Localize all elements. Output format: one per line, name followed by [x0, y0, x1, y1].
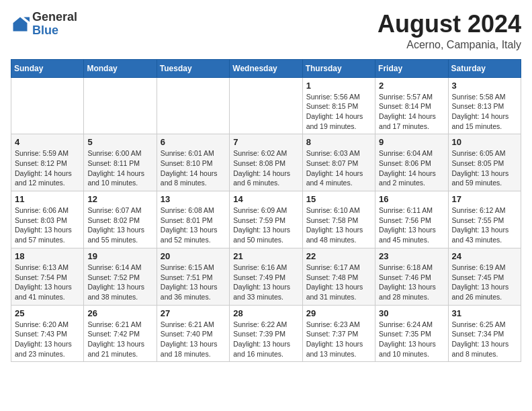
day-info: Sunrise: 6:19 AMSunset: 7:45 PMDaylight:… — [452, 263, 517, 302]
day-number: 23 — [379, 251, 444, 261]
day-info: Sunrise: 6:16 AMSunset: 7:49 PMDaylight:… — [233, 263, 298, 302]
day-info: Sunrise: 6:21 AMSunset: 7:42 PMDaylight:… — [87, 320, 152, 359]
day-number: 22 — [306, 251, 371, 261]
day-info: Sunrise: 6:17 AMSunset: 7:48 PMDaylight:… — [306, 263, 371, 302]
calendar-cell: 29Sunrise: 6:23 AMSunset: 7:37 PMDayligh… — [302, 305, 375, 362]
calendar-cell: 7Sunrise: 6:02 AMSunset: 8:08 PMDaylight… — [230, 134, 302, 191]
calendar-cell: 21Sunrise: 6:16 AMSunset: 7:49 PMDayligh… — [230, 248, 302, 305]
day-number: 2 — [379, 81, 444, 91]
day-number: 13 — [161, 194, 226, 204]
day-number: 9 — [379, 137, 444, 147]
day-info: Sunrise: 6:06 AMSunset: 8:03 PMDaylight:… — [15, 205, 80, 245]
day-info: Sunrise: 6:24 AMSunset: 7:35 PMDaylight:… — [379, 320, 444, 359]
day-info: Sunrise: 6:04 AMSunset: 8:06 PMDaylight:… — [379, 148, 444, 188]
calendar-cell: 28Sunrise: 6:22 AMSunset: 7:39 PMDayligh… — [230, 305, 302, 362]
calendar-cell: 27Sunrise: 6:21 AMSunset: 7:40 PMDayligh… — [157, 305, 229, 362]
day-number: 24 — [452, 251, 517, 261]
logo-icon — [11, 15, 30, 34]
calendar-week-1: 1Sunrise: 5:56 AMSunset: 8:15 PMDaylight… — [11, 77, 521, 134]
day-number: 12 — [87, 194, 152, 204]
title-block: August 2024 Acerno, Campania, Italy — [378, 11, 521, 51]
day-info: Sunrise: 6:05 AMSunset: 8:05 PMDaylight:… — [452, 148, 517, 188]
calendar-week-5: 25Sunrise: 6:20 AMSunset: 7:43 PMDayligh… — [11, 305, 521, 362]
calendar-cell: 13Sunrise: 6:08 AMSunset: 8:01 PMDayligh… — [157, 191, 229, 248]
logo: General Blue — [11, 11, 77, 38]
day-info: Sunrise: 5:58 AMSunset: 8:13 PMDaylight:… — [452, 92, 517, 132]
calendar-cell: 10Sunrise: 6:05 AMSunset: 8:05 PMDayligh… — [448, 134, 521, 191]
day-number: 18 — [15, 251, 80, 261]
day-info: Sunrise: 6:18 AMSunset: 7:46 PMDaylight:… — [379, 263, 444, 302]
day-number: 20 — [161, 251, 226, 261]
day-info: Sunrise: 6:08 AMSunset: 8:01 PMDaylight:… — [161, 205, 226, 245]
day-number: 25 — [15, 308, 80, 318]
day-info: Sunrise: 6:10 AMSunset: 7:58 PMDaylight:… — [306, 205, 371, 245]
weekday-header-tuesday: Tuesday — [157, 59, 229, 77]
day-number: 5 — [87, 137, 152, 147]
day-info: Sunrise: 6:03 AMSunset: 8:07 PMDaylight:… — [306, 148, 371, 188]
calendar-cell: 18Sunrise: 6:13 AMSunset: 7:54 PMDayligh… — [11, 248, 84, 305]
weekday-header-wednesday: Wednesday — [230, 59, 302, 77]
calendar-cell: 23Sunrise: 6:18 AMSunset: 7:46 PMDayligh… — [375, 248, 448, 305]
calendar-cell — [11, 77, 84, 134]
calendar-cell: 5Sunrise: 6:00 AMSunset: 8:11 PMDaylight… — [84, 134, 157, 191]
day-number: 8 — [306, 137, 371, 147]
calendar-cell: 30Sunrise: 6:24 AMSunset: 7:35 PMDayligh… — [375, 305, 448, 362]
day-info: Sunrise: 6:23 AMSunset: 7:37 PMDaylight:… — [306, 320, 371, 359]
day-info: Sunrise: 6:13 AMSunset: 7:54 PMDaylight:… — [15, 263, 80, 302]
day-info: Sunrise: 6:14 AMSunset: 7:52 PMDaylight:… — [87, 263, 152, 302]
calendar-week-4: 18Sunrise: 6:13 AMSunset: 7:54 PMDayligh… — [11, 248, 521, 305]
day-info: Sunrise: 6:01 AMSunset: 8:10 PMDaylight:… — [161, 148, 226, 188]
day-number: 6 — [161, 137, 226, 147]
weekday-header-sunday: Sunday — [11, 59, 84, 77]
day-info: Sunrise: 6:22 AMSunset: 7:39 PMDaylight:… — [233, 320, 298, 359]
day-number: 4 — [15, 137, 80, 147]
calendar-cell: 9Sunrise: 6:04 AMSunset: 8:06 PMDaylight… — [375, 134, 448, 191]
calendar-cell: 20Sunrise: 6:15 AMSunset: 7:51 PMDayligh… — [157, 248, 229, 305]
calendar-week-3: 11Sunrise: 6:06 AMSunset: 8:03 PMDayligh… — [11, 191, 521, 248]
day-info: Sunrise: 6:21 AMSunset: 7:40 PMDaylight:… — [161, 320, 226, 359]
calendar-cell: 26Sunrise: 6:21 AMSunset: 7:42 PMDayligh… — [84, 305, 157, 362]
day-number: 21 — [233, 251, 298, 261]
day-number: 14 — [233, 194, 298, 204]
calendar-cell: 16Sunrise: 6:11 AMSunset: 7:56 PMDayligh… — [375, 191, 448, 248]
day-info: Sunrise: 5:59 AMSunset: 8:12 PMDaylight:… — [15, 148, 80, 188]
calendar-cell: 17Sunrise: 6:12 AMSunset: 7:55 PMDayligh… — [448, 191, 521, 248]
day-number: 27 — [161, 308, 226, 318]
day-number: 16 — [379, 194, 444, 204]
page-header: General Blue August 2024 Acerno, Campani… — [11, 11, 521, 51]
day-number: 30 — [379, 308, 444, 318]
day-info: Sunrise: 5:57 AMSunset: 8:14 PMDaylight:… — [379, 92, 444, 132]
day-info: Sunrise: 6:15 AMSunset: 7:51 PMDaylight:… — [161, 263, 226, 302]
day-number: 1 — [306, 81, 371, 91]
day-info: Sunrise: 6:12 AMSunset: 7:55 PMDaylight:… — [452, 205, 517, 245]
calendar-cell: 1Sunrise: 5:56 AMSunset: 8:15 PMDaylight… — [302, 77, 375, 134]
day-info: Sunrise: 6:07 AMSunset: 8:02 PMDaylight:… — [87, 205, 152, 245]
calendar-cell: 25Sunrise: 6:20 AMSunset: 7:43 PMDayligh… — [11, 305, 84, 362]
calendar-cell: 2Sunrise: 5:57 AMSunset: 8:14 PMDaylight… — [375, 77, 448, 134]
day-number: 17 — [452, 194, 517, 204]
month-title: August 2024 — [378, 11, 521, 38]
day-info: Sunrise: 6:11 AMSunset: 7:56 PMDaylight:… — [379, 205, 444, 245]
day-number: 19 — [87, 251, 152, 261]
day-number: 29 — [306, 308, 371, 318]
calendar-cell: 24Sunrise: 6:19 AMSunset: 7:45 PMDayligh… — [448, 248, 521, 305]
day-info: Sunrise: 6:00 AMSunset: 8:11 PMDaylight:… — [87, 148, 152, 188]
calendar-cell: 19Sunrise: 6:14 AMSunset: 7:52 PMDayligh… — [84, 248, 157, 305]
calendar-cell: 31Sunrise: 6:25 AMSunset: 7:34 PMDayligh… — [448, 305, 521, 362]
calendar-cell — [84, 77, 157, 134]
calendar-cell: 15Sunrise: 6:10 AMSunset: 7:58 PMDayligh… — [302, 191, 375, 248]
calendar-cell: 4Sunrise: 5:59 AMSunset: 8:12 PMDaylight… — [11, 134, 84, 191]
weekday-header-friday: Friday — [375, 59, 448, 77]
calendar-cell — [157, 77, 229, 134]
logo-text: General Blue — [32, 11, 77, 38]
day-number: 3 — [452, 81, 517, 91]
day-number: 10 — [452, 137, 517, 147]
weekday-header-monday: Monday — [84, 59, 157, 77]
svg-marker-0 — [13, 17, 28, 31]
calendar-cell: 11Sunrise: 6:06 AMSunset: 8:03 PMDayligh… — [11, 191, 84, 248]
day-number: 28 — [233, 308, 298, 318]
calendar-cell: 14Sunrise: 6:09 AMSunset: 7:59 PMDayligh… — [230, 191, 302, 248]
day-number: 7 — [233, 137, 298, 147]
day-number: 15 — [306, 194, 371, 204]
calendar-cell: 3Sunrise: 5:58 AMSunset: 8:13 PMDaylight… — [448, 77, 521, 134]
